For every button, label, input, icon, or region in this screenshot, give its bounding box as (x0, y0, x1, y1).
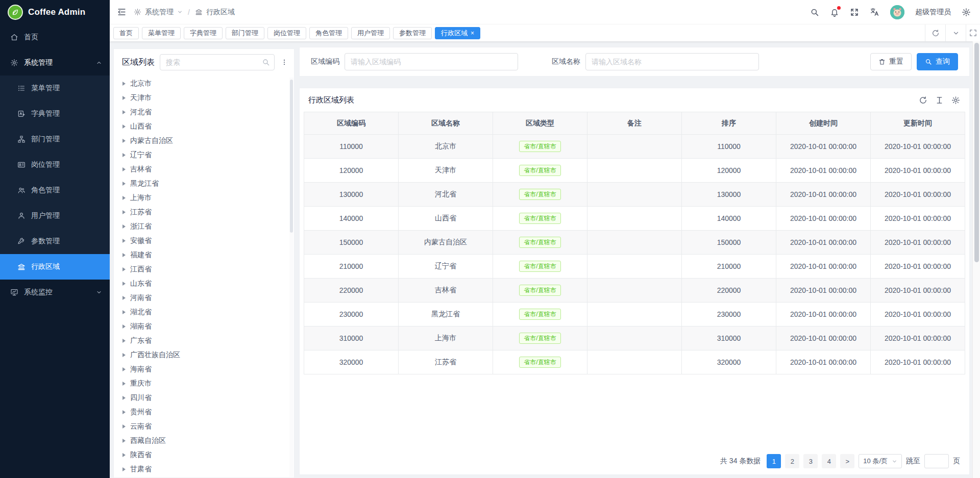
tree-node[interactable]: 甘肃省 (119, 462, 294, 476)
chevron-down-icon[interactable] (945, 24, 966, 41)
avatar[interactable] (890, 5, 904, 19)
tree-node[interactable]: 北京市 (119, 77, 294, 91)
caret-right-icon[interactable] (122, 253, 126, 257)
tree-node[interactable]: 贵州省 (119, 405, 294, 419)
table-row[interactable]: 130000 河北省 省市/直辖市 130000 2020-10-01 00:0… (304, 183, 965, 207)
caret-right-icon[interactable] (122, 153, 126, 157)
row-height-icon[interactable] (935, 96, 944, 105)
table-column-header[interactable]: 区域类型 (493, 112, 587, 135)
tree-node[interactable]: 重庆市 (119, 376, 294, 391)
tree-node[interactable]: 陕西省 (119, 448, 294, 462)
page-scrollbar-thumb[interactable] (974, 43, 979, 262)
caret-right-icon[interactable] (122, 110, 126, 114)
reset-button[interactable]: 重置 (870, 53, 912, 70)
caret-right-icon[interactable] (122, 182, 126, 186)
table-row[interactable]: 110000 北京市 省市/直辖市 110000 2020-10-01 00:0… (304, 135, 965, 159)
sidebar-item-role-mgmt[interactable]: 角色管理 (0, 178, 110, 203)
tree-node[interactable]: 山东省 (119, 276, 294, 291)
sidebar-group-monitor[interactable]: 系统监控 (0, 280, 110, 305)
tree-node[interactable]: 湖南省 (119, 319, 294, 334)
caret-right-icon[interactable] (122, 367, 126, 371)
refresh-icon[interactable] (925, 24, 945, 41)
sidebar-group-system[interactable]: 系统管理 (0, 50, 110, 76)
tree-node[interactable]: 福建省 (119, 248, 294, 262)
fullscreen-icon[interactable] (850, 8, 859, 17)
region-name-input[interactable] (585, 53, 759, 70)
caret-right-icon[interactable] (122, 82, 126, 86)
tree-node[interactable]: 西藏自治区 (119, 434, 294, 448)
caret-right-icon[interactable] (122, 224, 126, 229)
tree-node[interactable]: 内蒙古自治区 (119, 134, 294, 148)
caret-right-icon[interactable] (122, 124, 126, 129)
caret-right-icon[interactable] (122, 96, 126, 100)
next-page-button[interactable]: > (840, 454, 854, 468)
page-number-button[interactable]: 1 (767, 454, 781, 468)
tree-node[interactable]: 吉林省 (119, 162, 294, 177)
more-options-icon[interactable] (280, 57, 289, 67)
search-icon[interactable] (262, 58, 270, 66)
caret-right-icon[interactable] (122, 467, 126, 471)
tree-node[interactable]: 四川省 (119, 391, 294, 405)
table-column-header[interactable]: 区域编码 (304, 112, 399, 135)
tree-node[interactable]: 河北省 (119, 105, 294, 119)
tab[interactable]: 部门管理 × (226, 27, 264, 39)
tab[interactable]: 首页 × (113, 27, 139, 39)
table-row[interactable]: 230000 黑龙江省 省市/直辖市 230000 2020-10-01 00:… (304, 303, 965, 326)
tree-node[interactable]: 江西省 (119, 262, 294, 276)
tree-node[interactable]: 浙江省 (119, 219, 294, 234)
table-row[interactable]: 310000 上海市 省市/直辖市 310000 2020-10-01 00:0… (304, 326, 965, 350)
query-button[interactable]: 查询 (917, 53, 958, 70)
page-scrollbar[interactable] (972, 41, 980, 478)
translate-icon[interactable] (870, 7, 879, 17)
tree-node[interactable]: 河南省 (119, 291, 294, 305)
tree-node[interactable]: 辽宁省 (119, 148, 294, 162)
tree-node[interactable]: 黑龙江省 (119, 177, 294, 191)
breadcrumb-root[interactable]: 系统管理 (145, 8, 174, 17)
caret-right-icon[interactable] (122, 296, 126, 300)
caret-right-icon[interactable] (122, 424, 126, 429)
tab[interactable]: 参数管理 × (393, 27, 432, 39)
column-settings-gear-icon[interactable] (951, 96, 960, 105)
tree-node[interactable]: 广东省 (119, 334, 294, 348)
jump-page-input[interactable] (924, 454, 949, 468)
table-row[interactable]: 210000 辽宁省 省市/直辖市 210000 2020-10-01 00:0… (304, 255, 965, 279)
tree-node[interactable]: 海南省 (119, 362, 294, 376)
tab[interactable]: 字典管理 × (184, 27, 223, 39)
tree-node[interactable]: 天津市 (119, 91, 294, 105)
sidebar-item-dict-mgmt[interactable]: 字典管理 (0, 101, 110, 127)
sidebar-item-post-mgmt[interactable]: 岗位管理 (0, 152, 110, 178)
table-row[interactable]: 320000 江苏省 省市/直辖市 320000 2020-10-01 00:0… (304, 350, 965, 374)
caret-right-icon[interactable] (122, 353, 126, 357)
current-user-name[interactable]: 超级管理员 (915, 8, 951, 17)
table-column-header[interactable]: 创建时间 (776, 112, 871, 135)
page-number-button[interactable]: 3 (803, 454, 818, 468)
table-column-header[interactable]: 排序 (682, 112, 776, 135)
table-column-header[interactable]: 更新时间 (871, 112, 965, 135)
caret-right-icon[interactable] (122, 396, 126, 400)
tab[interactable]: 菜单管理 × (142, 27, 181, 39)
sidebar-item-region[interactable]: 行政区域 (0, 254, 110, 280)
tree-node[interactable]: 广西壮族自治区 (119, 348, 294, 362)
caret-right-icon[interactable] (122, 410, 126, 414)
tree-node[interactable]: 山西省 (119, 119, 294, 134)
tab[interactable]: 用户管理 × (351, 27, 390, 39)
sidebar-item-menu-mgmt[interactable]: 菜单管理 (0, 76, 110, 101)
sidebar-item-home[interactable]: 首页 (0, 24, 110, 50)
table-column-header[interactable]: 备注 (587, 112, 682, 135)
caret-right-icon[interactable] (122, 210, 126, 214)
caret-right-icon[interactable] (122, 167, 126, 171)
tree-node[interactable]: 云南省 (119, 419, 294, 434)
tree-scrollbar[interactable] (289, 78, 293, 477)
sidebar-item-param-mgmt[interactable]: 参数管理 (0, 229, 110, 254)
caret-right-icon[interactable] (122, 139, 126, 143)
sidebar-item-user-mgmt[interactable]: 用户管理 (0, 203, 110, 229)
caret-right-icon[interactable] (122, 196, 126, 200)
tree-search-input[interactable] (165, 58, 262, 67)
caret-right-icon[interactable] (122, 239, 126, 243)
search-icon[interactable] (810, 8, 819, 17)
caret-right-icon[interactable] (122, 282, 126, 286)
page-number-button[interactable]: 2 (785, 454, 799, 468)
tree-scrollbar-thumb[interactable] (290, 80, 293, 233)
page-number-button[interactable]: 4 (822, 454, 836, 468)
page-size-select[interactable]: 10 条/页 (859, 454, 902, 468)
